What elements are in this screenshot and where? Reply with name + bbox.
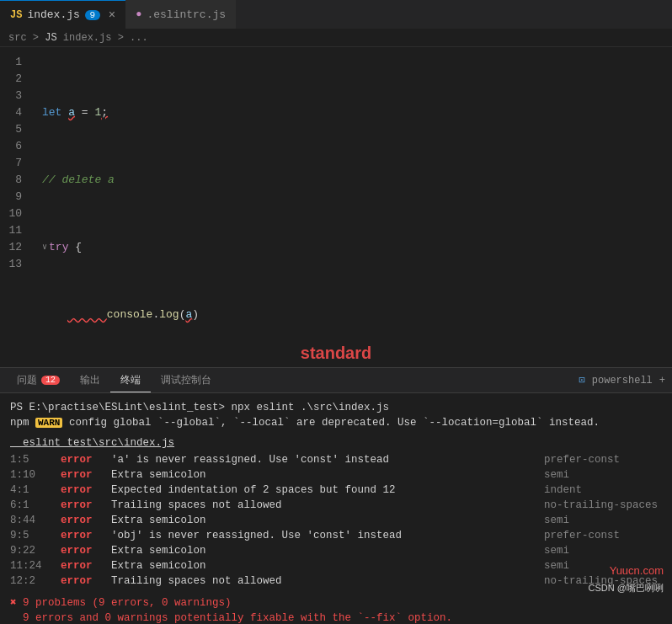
ps-prompt: PS E:\practise\ESLint\eslint_test> npx e… <box>10 402 389 413</box>
chevron-3[interactable]: ∨ <box>42 239 47 256</box>
summary-section: ✖ 9 problems (9 errors, 0 warnings) 9 er… <box>10 595 662 624</box>
panel-tab-terminal[interactable]: 终端 <box>110 368 151 392</box>
breadcrumb-js: JS <box>45 32 56 44</box>
ln-9: 9 <box>0 189 30 205</box>
panel-tab-debug-label: 调试控制台 <box>161 373 211 387</box>
tab-index-js-label: index.js <box>27 8 79 21</box>
ln-4: 4 <box>0 104 30 121</box>
ln-12: 12 <box>0 239 30 256</box>
ln-3: 3 <box>0 88 30 104</box>
summary-text: 9 problems (9 errors, 0 warnings) <box>23 597 232 609</box>
tab-index-js-badge: 9 <box>85 10 100 20</box>
panel-powershell-label: powershell <box>592 375 653 387</box>
terminal-content[interactable]: PS E:\practise\ESLint\eslint_test> npx e… <box>0 393 672 624</box>
error-table: 1:5 error 'a' is never reassigned. Use '… <box>10 452 662 589</box>
panel-tab-terminal-label: 终端 <box>120 373 141 387</box>
eslint-file-output: eslint_test\src\index.js <box>10 435 662 451</box>
panel-tab-problems[interactable]: 问题 12 <box>7 368 70 392</box>
ln-1: 1 <box>0 54 30 71</box>
npm-warn-line: npm WARN config global `--global`, `--lo… <box>10 415 662 430</box>
panel-tab-debug[interactable]: 调试控制台 <box>151 368 221 392</box>
tab-index-js-close[interactable]: × <box>109 8 115 22</box>
terminal-icon: ⊡ <box>579 374 585 387</box>
panel-tab-output[interactable]: 输出 <box>70 368 110 392</box>
panel-tab-problems-label: 问题 <box>17 373 37 387</box>
ln-8: 8 <box>0 172 30 189</box>
ln-5: 5 <box>0 121 30 138</box>
error-row-1: 1:5 error 'a' is never reassigned. Use '… <box>10 452 662 467</box>
watermark-csdn: CSDN @嘴巴咧咧 <box>589 582 664 595</box>
code-line-1: let a = 1; <box>42 104 664 121</box>
code-editor[interactable]: let a = 1; // delete a ∨ try { console.l… <box>34 47 672 367</box>
error-row-2: 1:10 error Extra semicolon semi <box>10 467 662 483</box>
error-row-6: 9:5 error 'obj' is never reassigned. Use… <box>10 528 662 543</box>
panel-right: ⊡ powershell + <box>579 374 665 387</box>
code-line-3: ∨ try { <box>42 239 664 256</box>
tab-eslintrc-dot: ● <box>136 8 141 20</box>
tab-bar: JS index.js 9 × ● .eslintrc.js <box>0 0 672 29</box>
panel-tabs: 问题 12 输出 终端 调试控制台 ⊡ powershell + <box>0 368 672 393</box>
tab-js-prefix: JS <box>10 9 22 21</box>
tab-eslintrc-label: .eslintrc.js <box>147 8 226 21</box>
error-row-4: 6:1 error Trailing spaces not allowed no… <box>10 498 662 513</box>
error-row-7: 9:22 error Extra semicolon semi <box>10 543 662 558</box>
panel-tab-problems-badge: 12 <box>41 376 60 385</box>
panel-tab-output-label: 输出 <box>80 373 100 387</box>
line-numbers: 1 2 3 4 5 6 7 8 9 10 11 12 13 <box>0 47 34 367</box>
watermark-standard: standard <box>301 344 371 367</box>
ln-13: 13 <box>0 256 30 273</box>
panel: 问题 12 输出 终端 调试控制台 ⊡ powershell + PS E:\p… <box>0 367 672 624</box>
npm-prefix: npm <box>10 417 35 429</box>
watermark-yuucn: Yuucn.com <box>610 564 664 578</box>
error-row-3: 4:1 error Expected indentation of 2 spac… <box>10 483 662 498</box>
npm-warn-text: config global `--global`, `--local` are … <box>62 417 600 429</box>
ln-2: 2 <box>0 71 30 88</box>
editor-area: 1 2 3 4 5 6 7 8 9 10 11 12 13 let a = 1;… <box>0 47 672 367</box>
ps-command-line: PS E:\practise\ESLint\eslint_test> npx e… <box>10 400 662 415</box>
npm-warn-badge: WARN <box>35 418 62 428</box>
file-path: eslint_test\src\index.js <box>10 437 174 449</box>
code-line-2: // delete a <box>42 172 664 189</box>
error-summary: ✖ 9 problems (9 errors, 0 warnings) <box>10 595 662 611</box>
fixable-line: 9 errors and 0 warnings potentially fixa… <box>10 611 662 624</box>
error-row-8: 11:24 error Extra semicolon semi <box>10 558 662 573</box>
panel-add-button[interactable]: + <box>659 375 665 387</box>
ln-10: 10 <box>0 205 30 222</box>
error-row-9: 12:2 error Trailing spaces not allowed n… <box>10 573 662 589</box>
code-line-4: console.log(a) <box>42 307 664 323</box>
x-icon: ✖ <box>10 597 17 609</box>
ln-6: 6 <box>0 138 30 155</box>
breadcrumb: src > JS index.js > ... <box>0 29 672 47</box>
ln-11: 11 <box>0 222 30 239</box>
ln-7: 7 <box>0 155 30 172</box>
error-row-5: 8:44 error Extra semicolon semi <box>10 513 662 528</box>
tab-eslintrc[interactable]: ● .eslintrc.js <box>125 0 236 29</box>
tab-index-js[interactable]: JS index.js 9 × <box>0 0 125 29</box>
